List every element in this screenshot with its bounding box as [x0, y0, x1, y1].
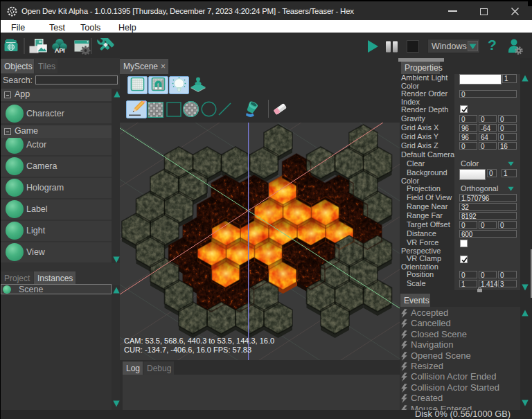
svg-text:API: API	[55, 46, 64, 54]
